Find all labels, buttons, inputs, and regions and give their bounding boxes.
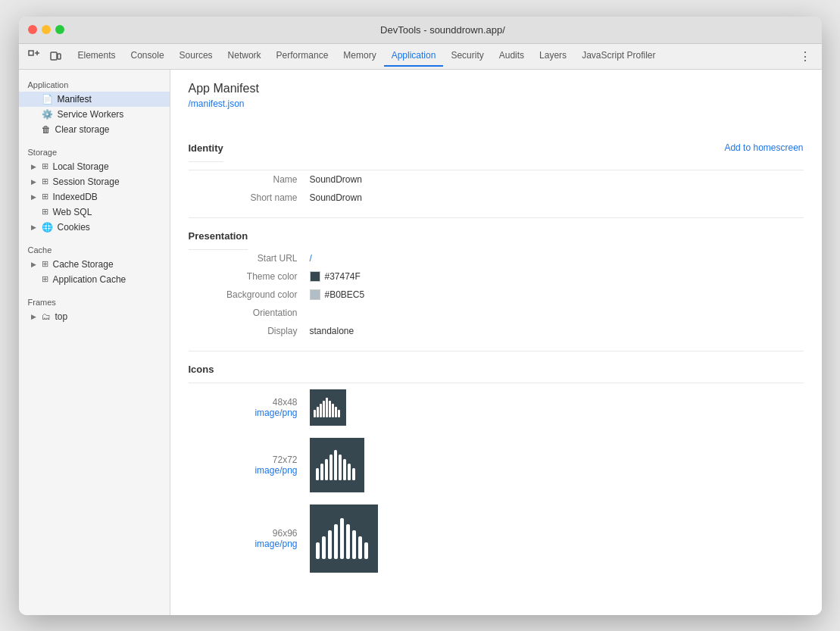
field-value-start-url: / [310,253,312,264]
toolbar: Elements Console Sources Network Perform… [19,44,822,70]
window-title: DevTools - sounddrown.app/ [73,24,813,36]
sidebar-section-application: Application [19,76,170,92]
manifest-link[interactable]: /manifest.json [189,98,804,109]
icon-preview-96 [310,504,378,573]
field-label-short-name: Short name [189,192,310,203]
field-label-bg-color: Background color [189,289,310,300]
sidebar-item-manifest[interactable]: 📄 Manifest [19,92,170,107]
bg-color-swatch[interactable] [310,289,320,300]
more-icon[interactable]: ⋮ [795,49,816,64]
expand-arrow-icon: ▶ [31,313,37,320]
expand-arrow-icon: ▶ [31,223,37,231]
tab-js-profiler[interactable]: JavaScript Profiler [574,45,663,67]
svg-rect-17 [339,455,342,480]
add-homescreen-button[interactable]: Add to homescreen [724,142,803,153]
sidebar-item-top-frame[interactable]: ▶ 🗂 top [19,309,170,324]
field-label-name: Name [189,174,310,185]
sidebar-item-indexeddb[interactable]: ▶ ⊞ IndexedDB [19,189,170,205]
expand-arrow-icon: ▶ [31,193,37,201]
svg-rect-23 [328,530,332,559]
field-value-name: SoundDrown [310,174,362,185]
svg-rect-3 [314,410,316,417]
svg-rect-25 [340,518,344,559]
icon-size-72: 72x72 [189,455,298,465]
identity-section-title: Identity [189,133,223,162]
expand-arrow-icon: ▶ [31,163,37,170]
icons-section: Icons 48x48 image/png [189,351,804,586]
main-area: Application 📄 Manifest ⚙️ Service Worker… [19,70,822,615]
field-label-orientation: Orientation [189,308,310,318]
tab-network[interactable]: Network [220,45,269,67]
sidebar-item-label: IndexedDB [53,192,98,202]
field-row-bg-color: Background color #B0BEC5 [189,286,804,304]
icons-header-row: Icons [189,359,804,383]
start-url-link[interactable]: / [310,253,312,264]
field-label-display: Display [189,326,310,336]
device-icon[interactable] [46,47,64,65]
tab-layers[interactable]: Layers [532,45,574,67]
tab-memory[interactable]: Memory [336,45,383,67]
inspect-icon[interactable] [25,47,43,65]
icon-preview-48 [310,389,346,426]
sidebar-item-label: Session Storage [53,176,120,187]
sidebar-item-service-workers[interactable]: ⚙️ Service Workers [19,107,170,122]
svg-rect-19 [348,464,351,480]
sidebar-item-local-storage[interactable]: ▶ ⊞ Local Storage [19,159,170,174]
tab-console[interactable]: Console [123,45,172,67]
tab-bar: Elements Console Sources Network Perform… [70,45,664,67]
tab-elements[interactable]: Elements [70,45,123,67]
svg-rect-21 [316,542,320,559]
svg-rect-14 [325,459,328,480]
sidebar-item-web-sql[interactable]: ⊞ Web SQL [19,205,170,220]
titlebar: DevTools - sounddrown.app/ [19,17,822,44]
svg-rect-12 [316,468,319,480]
svg-rect-0 [29,51,33,55]
icon-type-72: image/png [189,465,298,476]
sidebar-item-clear-storage[interactable]: 🗑 Clear storage [19,122,170,137]
expand-arrow-icon: ▶ [31,261,37,268]
svg-rect-1 [51,52,57,60]
field-row-start-url: Start URL / [189,249,804,267]
field-row-orientation: Orientation [189,304,804,322]
svg-rect-24 [334,524,338,559]
traffic-lights [28,25,64,34]
field-value-display: standalone [310,326,354,336]
presentation-header-row: Presentation [189,226,804,249]
svg-rect-6 [323,401,325,417]
field-row-short-name: Short name SoundDrown [189,189,804,207]
sidebar-item-label: Service Workers [58,109,124,120]
sidebar-item-session-storage[interactable]: ▶ ⊞ Session Storage [19,174,170,189]
svg-rect-16 [334,450,337,480]
theme-color-swatch[interactable] [310,271,320,282]
sidebar-section-storage: Storage [19,143,170,159]
tab-security[interactable]: Security [443,45,491,67]
maximize-button[interactable] [55,25,64,34]
minimize-button[interactable] [42,25,51,34]
sidebar-item-label: Application Cache [53,274,126,285]
icon-entry-96: 96x96 image/png [189,498,804,579]
icon-type-96: image/png [189,539,298,549]
tab-application[interactable]: Application [384,45,444,67]
tab-audits[interactable]: Audits [492,45,532,67]
svg-rect-4 [317,407,319,417]
identity-header-row: Identity Add to homescreen [189,129,804,170]
icon-meta-96: 96x96 image/png [189,528,310,549]
tab-sources[interactable]: Sources [172,45,220,67]
field-value-theme-color: #37474F [310,271,361,282]
svg-rect-13 [320,464,323,480]
sidebar-item-application-cache[interactable]: ⊞ Application Cache [19,272,170,287]
sidebar-item-cache-storage[interactable]: ▶ ⊞ Cache Storage [19,257,170,272]
field-row-display: Display standalone [189,322,804,340]
svg-rect-8 [329,401,331,417]
icon-entry-72: 72x72 image/png [189,432,804,498]
icon-meta-48: 48x48 image/png [189,397,310,418]
close-button[interactable] [28,25,37,34]
svg-rect-20 [352,468,355,480]
sidebar-section-cache: Cache [19,241,170,257]
field-label-start-url: Start URL [189,253,310,264]
sidebar-item-label: Web SQL [53,207,92,217]
sidebar-item-cookies[interactable]: ▶ 🌐 Cookies [19,220,170,235]
presentation-section: Presentation Start URL / Theme color #37… [189,218,804,351]
tab-performance[interactable]: Performance [269,45,336,67]
svg-rect-10 [335,407,337,417]
